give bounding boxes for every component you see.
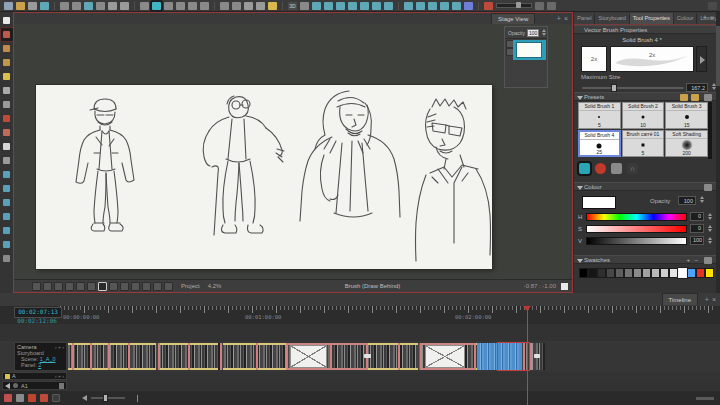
paint-tool[interactable] [1,112,13,125]
duplicate-panel-icon[interactable] [72,2,81,10]
storyboard-track-header[interactable]: Camera ‹ + › Storyboard Scene: 1_A_0 Pan… [14,342,67,371]
preset-menu-icon[interactable] [704,94,712,101]
light-table-icon[interactable] [360,2,369,10]
timeline-horizontal-scrollbar[interactable] [696,397,714,400]
project-dropdown[interactable]: Project [181,283,200,289]
hand-tool[interactable] [1,196,13,209]
pencil-tool[interactable] [1,42,13,55]
panel-link[interactable]: 2 [38,362,41,368]
brush-preset-next-icon[interactable] [696,46,707,72]
drawing-canvas[interactable] [36,85,492,269]
cutter-tool[interactable] [1,168,13,181]
sound-icon[interactable] [452,2,461,10]
selected-layer-row[interactable] [513,40,546,60]
mirror-view-icon[interactable] [164,282,173,291]
placeholder-panel[interactable] [290,345,327,368]
pen-disabled-icon[interactable] [611,163,622,174]
field-chart-icon[interactable] [65,282,74,291]
brush-preset[interactable]: Soft Shading200 [665,130,708,157]
add-swatch-icon[interactable]: + [686,256,690,265]
add-layer-tool[interactable] [1,224,13,237]
value-slider[interactable] [586,237,687,245]
select-frame-tool[interactable] [1,154,13,167]
onion-next-icon[interactable] [98,282,107,291]
colour-opacity-value[interactable]: 100 [678,196,696,205]
add-view-icon[interactable]: + [557,14,561,23]
section-swatches[interactable]: Swatches + − [574,255,716,264]
volume-speaker-icon[interactable] [82,395,87,401]
thumbnail-grid-icon[interactable] [220,2,229,10]
colour-swatch[interactable] [705,268,714,278]
magnet-icon[interactable]: ∩ [627,163,638,174]
colour-swatch[interactable] [624,268,633,278]
preview-size-slider[interactable] [496,3,532,8]
light-table-icon[interactable] [76,282,85,291]
add-view-icon[interactable]: + [705,295,709,304]
placeholder-panel[interactable] [425,345,465,368]
undo-icon[interactable] [108,2,117,10]
close-view-icon[interactable]: × [712,295,716,304]
hand-drag-icon[interactable] [312,2,321,10]
brush-preset[interactable]: Solid Brush 210 [622,102,665,129]
add-view-icon[interactable]: + [703,13,707,22]
maximum-size-stepper[interactable] [712,83,716,90]
add-panel-icon[interactable] [16,394,24,402]
swatches-menu-icon[interactable] [704,257,712,264]
flip-icon[interactable] [535,2,544,10]
zoom-out-icon[interactable] [256,2,265,10]
effects-icon[interactable] [40,394,48,402]
dual-view-icon[interactable] [176,2,185,10]
colour-swatch[interactable] [687,268,696,278]
brush-preset[interactable]: Solid Brush 425 [578,130,621,157]
colour-swatch[interactable] [651,268,660,278]
rotate-canvas-tool[interactable] [1,210,13,223]
grid-view-icon[interactable] [164,2,173,10]
saturation-slider[interactable] [586,225,687,233]
layer-a-controls[interactable]: ‹ + › [55,373,64,379]
colour-swatch[interactable] [633,268,642,278]
zoom-tool[interactable] [1,182,13,195]
delete-icon[interactable] [96,2,105,10]
first-frame-icon[interactable] [404,2,413,10]
remove-swatch-icon[interactable]: − [694,256,698,265]
duplicate-layer-tool[interactable] [1,238,13,251]
lock-icon[interactable] [59,383,64,389]
brush-preview-icon[interactable] [464,2,473,10]
colour-swatch[interactable] [669,268,678,278]
tab-storyboard[interactable]: Storyboard [595,13,629,24]
timeline-ruler[interactable]: 00:02:07:13 00:02:12:06 00:00:00:00 00:0… [0,306,720,325]
tab-timeline[interactable]: Timeline [662,293,698,305]
colour-menu-icon[interactable] [704,184,712,191]
brush-tool[interactable] [1,28,13,41]
camera-frame-icon[interactable] [32,282,41,291]
volume-handle[interactable] [103,394,108,402]
red-brush-icon[interactable] [28,394,36,402]
record-icon[interactable] [13,383,18,388]
colour-swatch[interactable] [579,268,588,278]
toolbar-overflow-icon[interactable] [708,2,717,10]
loop-icon[interactable] [440,2,449,10]
colour-swatch-indicator[interactable] [561,283,568,290]
volume-slider[interactable] [91,397,125,399]
draw-mode-icon[interactable] [152,2,161,10]
tab-panel[interactable]: Panel [574,13,595,24]
timeline-tree-icon[interactable] [416,2,425,10]
play-icon[interactable] [428,2,437,10]
panel-view-icon[interactable] [200,2,209,10]
onion-prev-icon[interactable] [87,282,96,291]
rotate-cw-icon[interactable] [109,282,118,291]
flip-horizontal-icon[interactable] [131,282,140,291]
camera-mask-icon[interactable] [324,2,333,10]
colour-swatch[interactable] [660,268,669,278]
brush-tip-preview[interactable]: 2x [581,46,607,72]
brush-preset[interactable]: Solid Brush 315 [665,102,708,129]
grid-icon[interactable] [54,282,63,291]
pan-reset-icon[interactable] [153,282,162,291]
section-presets[interactable]: Presets [574,92,716,101]
tab-colour[interactable]: Colour [674,13,697,24]
camera-icon[interactable] [52,394,60,402]
save-all-icon[interactable] [40,2,49,10]
onion-skin-icon[interactable] [348,2,357,10]
hue-slider[interactable] [586,213,687,221]
new-project-icon[interactable] [4,2,13,10]
